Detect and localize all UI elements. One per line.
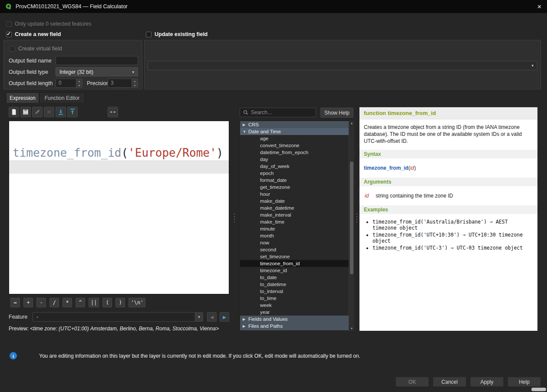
syntax-paren: ) — [414, 165, 416, 171]
tab-expression[interactable]: Expression — [6, 92, 39, 103]
tree-function-year[interactable]: year — [240, 309, 354, 316]
only-update-selected-checkbox[interactable]: Only update 0 selected features — [6, 21, 92, 27]
operator-button[interactable]: ) — [115, 298, 125, 307]
save-expression-button[interactable] — [20, 107, 31, 117]
operator-button[interactable]: ^ — [76, 298, 85, 307]
tree-function-timezone-id[interactable]: timezone_id — [240, 267, 354, 274]
tree-function-make-datetime[interactable]: make_datetime — [240, 204, 354, 211]
update-existing-field-checkbox[interactable]: Update existing field — [146, 31, 208, 37]
splitter-handle[interactable] — [356, 214, 358, 222]
size-grip[interactable] — [531, 388, 546, 391]
show-help-button[interactable]: Show Help — [320, 108, 353, 118]
tree-function-to-datetime[interactable]: to_datetime — [240, 281, 354, 288]
output-field-length-spinner[interactable]: 0 — [56, 79, 82, 88]
chevron-right-icon[interactable]: ▶ — [243, 317, 248, 321]
tree-function-second[interactable]: second — [240, 246, 354, 253]
function-search-box[interactable] — [240, 108, 316, 117]
scroll-down-icon[interactable] — [349, 327, 354, 330]
new-expression-button[interactable] — [9, 107, 19, 117]
output-field-name-input[interactable] — [56, 56, 138, 65]
tree-function-make-time[interactable]: make_time — [240, 218, 354, 225]
tree-label: second — [260, 247, 276, 252]
tree-label: to_datetime — [260, 282, 286, 287]
tree-function-day[interactable]: day — [240, 156, 354, 163]
tree-function-get-timezone[interactable]: get_timezone — [240, 184, 354, 191]
tree-scrollbar[interactable] — [349, 121, 354, 331]
spin-down-icon[interactable] — [132, 83, 138, 87]
ok-button[interactable]: OK — [395, 377, 429, 387]
edit-expression-button[interactable] — [32, 107, 43, 117]
tree-group-crs[interactable]: ▶CRS — [240, 121, 354, 128]
output-field-name-label: Output field name — [9, 58, 52, 64]
spin-down-icon[interactable] — [76, 83, 82, 87]
operator-button[interactable]: ( — [102, 298, 112, 307]
cancel-button[interactable]: Cancel — [433, 377, 466, 387]
spin-up-icon[interactable] — [76, 79, 82, 83]
apply-button[interactable]: Apply — [470, 377, 504, 387]
tree-function-to-time[interactable]: to_time — [240, 295, 354, 302]
tree-function-hour[interactable]: hour — [240, 191, 354, 198]
chevron-down-icon[interactable] — [195, 313, 203, 321]
operator-button[interactable]: '\n' — [129, 298, 145, 307]
existing-field-combobox[interactable] — [148, 61, 537, 70]
tree-function-format-date[interactable]: format_date — [240, 177, 354, 184]
scroll-up-icon[interactable] — [349, 122, 354, 125]
previous-feature-button[interactable] — [207, 312, 217, 322]
tree-label: age — [260, 136, 268, 141]
example-item: timezone_from_id('UTC-3') → UTC-03 timez… — [372, 245, 524, 251]
search-input[interactable] — [251, 109, 313, 115]
tree-function-make-interval[interactable]: make_interval — [240, 211, 354, 218]
tree-function-set-timezone[interactable]: set_timezone — [240, 253, 354, 260]
tree-function-minute[interactable]: minute — [240, 225, 354, 232]
add-comment-button[interactable]: -- — [108, 107, 118, 117]
feature-combobox[interactable]: - — [33, 312, 203, 322]
tree-function-age[interactable]: age — [240, 135, 354, 142]
output-field-type-combobox[interactable]: Integer (32 bit) — [56, 67, 138, 76]
expression-editor[interactable]: timezone_from_id('Europe/Rome') — [9, 121, 229, 294]
export-expressions-button[interactable] — [67, 107, 78, 117]
tree-function-to-date[interactable]: to_date — [240, 274, 354, 281]
import-expressions-button[interactable] — [56, 107, 66, 117]
tree-group-fields-and-values[interactable]: ▶Fields and Values — [240, 316, 354, 323]
tree-function-day-of-week[interactable]: day_of_week — [240, 163, 354, 170]
tree-group-date-and-time[interactable]: ▼Date and Time — [240, 128, 354, 135]
examples-list: timezone_from_id('Australia/Brisbane') →… — [359, 219, 527, 251]
operator-button[interactable]: - — [36, 298, 46, 307]
preview-label: Preview: — [9, 326, 29, 332]
edit-expression-icon — [34, 109, 41, 115]
delete-expression-button[interactable] — [44, 107, 54, 117]
tree-function-week[interactable]: week — [240, 302, 354, 309]
operator-button[interactable]: || — [89, 298, 99, 307]
create-virtual-field-checkbox[interactable]: Create virtual field — [10, 46, 62, 52]
scrollbar-thumb[interactable] — [350, 161, 353, 274]
chevron-right-icon[interactable]: ▶ — [243, 123, 248, 127]
tree-function-month[interactable]: month — [240, 232, 354, 239]
tree-label: timezone_id — [260, 268, 287, 273]
operator-button[interactable]: = — [10, 298, 20, 307]
tree-function-to-interval[interactable]: to_interval — [240, 288, 354, 295]
help-button[interactable]: Help — [507, 377, 541, 387]
tree-group-fuzzy-matching[interactable]: ▶Fuzzy Matching — [240, 329, 354, 331]
splitter-handle[interactable] — [233, 214, 236, 222]
tree-function-now[interactable]: now — [240, 239, 354, 246]
tree-function-epoch[interactable]: epoch — [240, 170, 354, 177]
tree-function-timezone-from-id[interactable]: timezone_from_id — [240, 260, 354, 267]
next-feature-button[interactable] — [220, 312, 229, 322]
precision-spinner[interactable]: 3 — [108, 79, 138, 88]
example-item: timezone_from_id('UTC+10:30') → UTC+10:3… — [372, 232, 524, 244]
operator-button[interactable]: + — [23, 298, 33, 307]
tab-function-editor[interactable]: Function Editor — [39, 92, 85, 103]
close-button[interactable] — [537, 3, 542, 10]
tree-label: month — [260, 233, 274, 238]
operator-button[interactable]: / — [49, 298, 59, 307]
create-new-field-checkbox[interactable]: Create a new field — [6, 31, 61, 37]
chevron-right-icon[interactable]: ▶ — [243, 324, 248, 328]
operator-button[interactable]: * — [63, 298, 72, 307]
spin-up-icon[interactable] — [132, 79, 138, 83]
tree-function-datetime-from-epoch[interactable]: datetime_from_epoch — [240, 149, 354, 156]
import-expressions-icon — [57, 109, 64, 115]
tree-group-files-and-paths[interactable]: ▶Files and Paths — [240, 323, 354, 329]
tree-function-make-date[interactable]: make_date — [240, 198, 354, 204]
tree-function-convert-timezone[interactable]: convert_timezone — [240, 142, 354, 149]
chevron-down-icon[interactable]: ▼ — [243, 130, 248, 134]
